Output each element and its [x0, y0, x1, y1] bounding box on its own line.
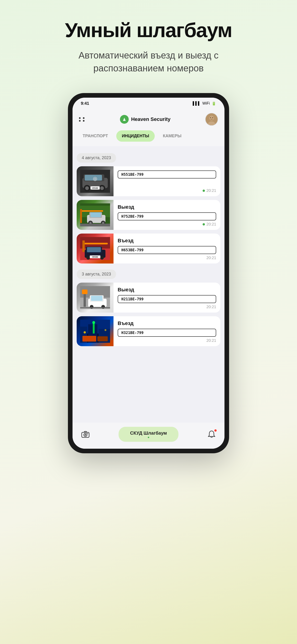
card-content: Въезд Н653ВЕ-799 20:21 [114, 234, 220, 264]
card-image [77, 200, 114, 230]
card-top: Выезд Н752ВЕ-799 [118, 204, 216, 220]
date-badge-2: 3 августа, 2023 [77, 270, 116, 279]
content-area: 4 августа, 2023 [72, 146, 224, 423]
svg-point-4 [210, 117, 211, 118]
menu-dot [83, 117, 84, 119]
status-bar: 9:41 ▌▌▌ WiFi 🔋 [72, 98, 224, 109]
time-display: 20:21 [202, 222, 216, 227]
svg-point-5 [212, 117, 213, 118]
card-top: Въезд Н653ВЕ-799 [118, 238, 216, 254]
incident-card[interactable]: Н653ВЕ Въезд Н653ВЕ-799 20:21 [77, 234, 220, 264]
card-bottom: 20:21 [118, 305, 216, 309]
svg-rect-34 [82, 243, 108, 244]
svg-point-13 [100, 186, 104, 190]
car-visual [77, 316, 114, 346]
card-content: Н551ВЕ-799 20:21 [114, 166, 220, 196]
card-bottom: 20:21 [118, 338, 216, 343]
status-time: 9:41 [81, 101, 89, 106]
bottom-nav: СКУД Шлагбаум [72, 423, 224, 449]
svg-point-63 [104, 329, 106, 331]
svg-point-66 [85, 434, 86, 436]
plate-number: Н551ВЕ-799 [118, 170, 216, 178]
incident-type: Выезд [118, 287, 216, 293]
menu-dot [79, 117, 80, 119]
card-bottom: 20:21 [118, 256, 216, 260]
car-visual [77, 282, 114, 312]
status-dot [202, 223, 205, 226]
skud-label: СКУД Шлагбаум [130, 430, 167, 436]
card-content: Въезд Н321ВЕ-799 20:21 [114, 316, 220, 346]
app-header: Heaven Security [72, 109, 224, 130]
svg-rect-26 [90, 212, 101, 217]
user-avatar[interactable] [205, 113, 218, 126]
notifications-button[interactable] [206, 428, 218, 440]
svg-point-2 [209, 116, 214, 120]
menu-dot [79, 120, 80, 122]
svg-point-11 [85, 186, 89, 190]
tab-cameras[interactable]: КАМЕРЫ [158, 130, 187, 142]
svg-rect-23 [80, 209, 82, 223]
card-image [77, 316, 114, 346]
card-content: Выезд Н211ВЕ-799 20:21 [114, 282, 220, 312]
incident-card[interactable]: Выезд Н211ВЕ-799 20:21 [77, 282, 220, 312]
svg-rect-22 [80, 210, 103, 212]
wifi-icon: WiFi [202, 101, 210, 106]
card-image [77, 282, 114, 312]
card-image: Н551ВЕ [77, 166, 114, 196]
svg-rect-49 [91, 296, 102, 301]
date-badge-1: 4 августа, 2023 [77, 153, 116, 162]
incident-card[interactable]: Выезд Н752ВЕ-799 20:21 [77, 200, 220, 230]
incident-card[interactable]: Въезд Н321ВЕ-799 20:21 [77, 316, 220, 346]
brand-name: Heaven Security [131, 116, 170, 122]
menu-button[interactable] [79, 117, 86, 122]
incident-time: 20:21 [206, 188, 216, 193]
tab-incidents[interactable]: ИНЦИДЕНТЫ [116, 130, 154, 142]
notification-badge [214, 429, 217, 432]
page-subtitle: Автоматический въезд и выезд с распознав… [68, 49, 229, 75]
incident-card[interactable]: Н551ВЕ Н551ВЕ-799 [77, 166, 220, 196]
phone-screen: 9:41 ▌▌▌ WiFi 🔋 Heaven Sec [72, 98, 224, 449]
car-visual [77, 200, 114, 230]
svg-rect-38 [87, 247, 101, 252]
nav-indicator-dot [148, 437, 149, 438]
plate-number: Н653ВЕ-799 [118, 246, 216, 254]
skud-button[interactable]: СКУД Шлагбаум [118, 427, 178, 442]
phone-mockup: 9:41 ▌▌▌ WiFi 🔋 Heaven Sec [68, 93, 229, 453]
card-content: Выезд Н752ВЕ-799 20:21 [114, 200, 220, 230]
camera-nav-button[interactable] [80, 428, 92, 440]
car-visual: Н653ВЕ [77, 234, 114, 264]
time-display: 20:21 [202, 188, 216, 193]
incident-time: 20:21 [206, 338, 216, 343]
brand-icon [120, 115, 129, 124]
tab-bar: ТРАНСПОРТ ИНЦИДЕНТЫ КАМЕРЫ [72, 130, 224, 146]
svg-rect-35 [82, 240, 85, 252]
card-top: Въезд Н321ВЕ-799 [118, 320, 216, 337]
page-title: Умный шлагбаум [65, 18, 232, 42]
status-dot [202, 190, 205, 192]
svg-rect-61 [98, 336, 108, 341]
plate-number: Н752ВЕ-799 [118, 212, 216, 220]
svg-point-67 [87, 433, 88, 434]
tab-transport[interactable]: ТРАНСПОРТ [77, 130, 114, 142]
svg-text:Н551ВЕ: Н551ВЕ [92, 187, 98, 189]
car-visual: Н551ВЕ [77, 166, 114, 196]
menu-dot [83, 120, 84, 122]
incident-time: 20:21 [206, 256, 216, 260]
svg-rect-46 [82, 290, 88, 294]
incident-time: 20:21 [206, 222, 216, 227]
svg-point-59 [92, 321, 95, 324]
status-icons: ▌▌▌ WiFi 🔋 [193, 101, 216, 106]
svg-point-62 [84, 331, 86, 334]
svg-point-40 [100, 256, 104, 260]
card-bottom: 20:21 [118, 222, 216, 227]
plate-number: Н211ВЕ-799 [118, 295, 216, 303]
svg-marker-0 [123, 118, 126, 121]
svg-rect-31 [80, 224, 110, 226]
card-bottom: 20:21 [118, 188, 216, 193]
incident-type: Выезд [118, 204, 216, 210]
incident-type: Въезд [118, 320, 216, 326]
brand-area: Heaven Security [120, 115, 170, 124]
incident-time: 20:21 [206, 305, 216, 309]
incident-type: Въезд [118, 238, 216, 244]
signal-icon: ▌▌▌ [193, 101, 200, 106]
